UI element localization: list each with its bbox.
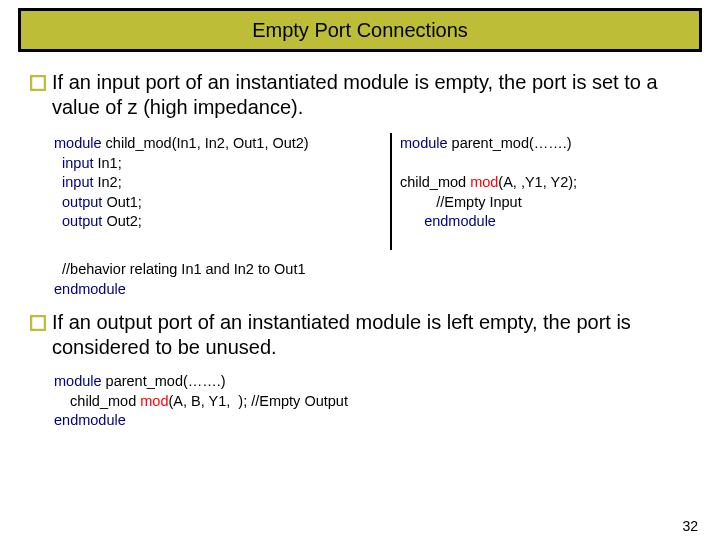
instance-name: mod (470, 174, 498, 190)
code-child-module: module child_mod(In1, In2, Out1, Out2) i… (54, 134, 414, 232)
code-text: Out1; (102, 194, 142, 210)
bullet-1-text: If an input port of an instantiated modu… (52, 70, 690, 120)
kw-input: input (54, 155, 94, 171)
content-area: If an input port of an instantiated modu… (0, 52, 720, 431)
bullet-2-text: If an output port of an instantiated mod… (52, 310, 690, 360)
kw-endmodule: endmodule (54, 412, 126, 428)
code-text: Out2; (102, 213, 142, 229)
code-text: (A, ,Y1, Y2); (498, 174, 577, 190)
code-example-1: module child_mod(In1, In2, Out1, Out2) i… (30, 134, 690, 302)
code-parent-module: module parent_mod(…….) child_mod mod(A, … (400, 134, 700, 232)
code-text: In2; (94, 174, 122, 190)
kw-output: output (54, 213, 102, 229)
kw-endmodule: endmodule (54, 281, 126, 297)
code-comment: //Empty Input (400, 194, 522, 210)
kw-module: module (54, 135, 102, 151)
code-text: child_mod(In1, In2, Out1, Out2) (102, 135, 309, 151)
kw-module: module (400, 135, 448, 151)
kw-endmodule: endmodule (424, 213, 496, 229)
kw-input: input (54, 174, 94, 190)
kw-module: module (54, 373, 102, 389)
bullet-square-icon (30, 315, 46, 331)
slide-title: Empty Port Connections (252, 19, 468, 42)
code-text: parent_mod(…….) (102, 373, 226, 389)
kw-output: output (54, 194, 102, 210)
bullet-1: If an input port of an instantiated modu… (30, 70, 690, 120)
code-text: child_mod (54, 393, 140, 409)
code-text: child_mod (400, 174, 470, 190)
title-bar: Empty Port Connections (18, 8, 702, 52)
code-example-2: module parent_mod(…….) child_mod mod(A, … (30, 372, 690, 431)
code-comment: //behavior relating In1 and In2 to Out1 (54, 261, 306, 277)
code-text: parent_mod(…….) (448, 135, 572, 151)
bullet-2: If an output port of an instantiated mod… (30, 310, 690, 360)
code-text: (A, B, Y1, ); //Empty Output (168, 393, 347, 409)
code-text: In1; (94, 155, 122, 171)
page-number: 32 (682, 518, 698, 534)
instance-name: mod (140, 393, 168, 409)
svg-rect-1 (31, 316, 45, 330)
slide: Empty Port Connections If an input port … (0, 8, 720, 540)
bullet-square-icon (30, 75, 46, 91)
svg-rect-0 (31, 76, 45, 90)
code-child-tail: //behavior relating In1 and In2 to Out1 … (54, 260, 654, 299)
